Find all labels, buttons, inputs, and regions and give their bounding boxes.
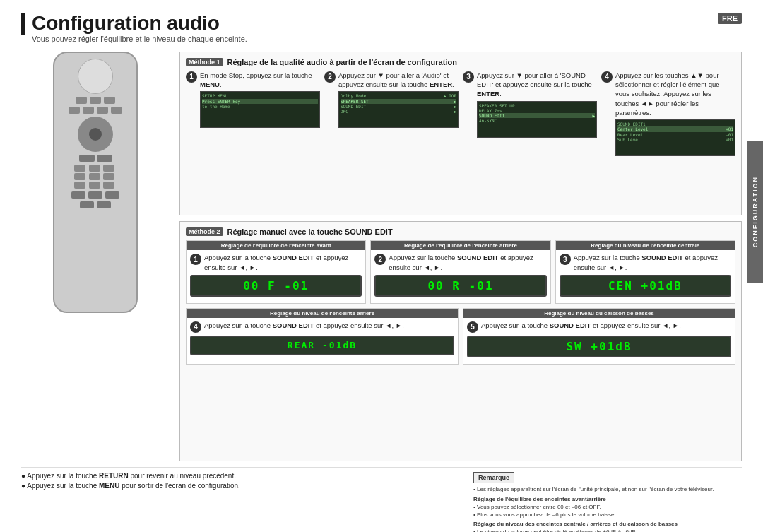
page-container: Configuration audio Vous pouvez régler l… [0,0,763,532]
remote-mid-buttons [69,107,122,114]
method1-section: Méthode 1 Réglage de la qualité audio à … [179,52,742,215]
m2-step-number-3: 3 [560,254,571,265]
led-display-3: CEN +01dB [560,275,731,297]
remote-row-buttons [79,155,112,162]
screen-row: SOUND EDIT1 [617,122,733,126]
m2-cell-2: Réglage de l'équilibre de l'enceinte arr… [370,240,550,304]
remote-btn [89,165,100,172]
m2-cell-1-header: Réglage de l'équilibre de l'enceinte ava… [187,241,365,250]
main-content: Méthode 1 Réglage de la qualité audio à … [21,52,742,461]
step-1: 1 En mode Stop, appuyez sur la touche ME… [186,71,320,156]
remote-btn [74,165,85,172]
remote-bottom-buttons [71,191,120,208]
m2-cell-3-header: Réglage du niveau de l'enceinte centrale [556,241,735,250]
screen-row: Dolby Mode▶ TOP [341,93,456,98]
remote-btn [103,182,114,189]
m2-step-4: 4 Appuyez sur la touche SOUND EDIT et ap… [190,321,454,333]
remote-btn [103,165,114,172]
remote-dpad-center[interactable] [89,128,102,141]
screen-row: ___________ [202,109,318,114]
remark-2: • Vous pouvez sélectionner entre 00 et –… [473,503,742,511]
step-number-1: 1 [186,71,197,83]
remark-4: • Le niveau du volume peut être réglé en… [473,528,742,532]
led-display-1: 00 F -01 [190,275,362,297]
screen-row: Rear Level-01 [617,132,733,137]
screen-row: An-SYNC [479,118,595,123]
step-3-text: Appuyez sur ▼ pour aller à 'SOUND EDIT' … [477,71,597,99]
page-footer: ● Appuyez sur la touche RETURN pour reve… [21,467,742,532]
remote-btn [97,107,108,114]
page-header: Configuration audio Vous pouvez régler l… [21,13,742,49]
screen-row: SOUND EDIT▶ [341,104,456,109]
method2-bottom-grid: Réglage du niveau de l'enceinte arrière … [186,308,735,365]
remark-1: • Les réglages apparaîtront sur l'écran … [473,485,742,493]
remote-btn [88,191,102,199]
m2-cell-3: Réglage du niveau de l'enceinte centrale… [555,240,735,304]
m2-step-3: 3 Appuyez sur la touche SOUND EDIT et ap… [560,253,731,272]
step-2-text: Appuyez sur ▼ pour aller à 'Audio' et ap… [338,71,459,90]
m2-step-3-text: Appuyez sur la touche SOUND EDIT et appu… [574,253,731,272]
led-display-2: 00 R -01 [374,275,546,297]
step-number-4: 4 [601,71,613,83]
screen-row: to the Home [202,104,318,109]
step-4: 4 Appuyez sur les touches ▲▼ pour sélect… [601,71,735,156]
remote-top-sensor [78,59,113,94]
remote-btn [80,201,94,208]
footer-note-2: ● Appuyez sur la touche MENU pour sortir… [21,482,473,490]
led-display-4: REAR -01dB [190,336,454,355]
m2-step-number-2: 2 [374,254,386,265]
screen-row: SPEAKER SET▶ [341,99,456,104]
method1-steps: 1 En mode Stop, appuyez sur la touche ME… [186,71,735,156]
screen-mock-3: SPEAKER SET UP DELAY 7ms SOUND EDIT▶ An-… [477,101,597,138]
m2-step-2: 2 Appuyez sur la touche SOUND EDIT et ap… [374,253,546,272]
footer-right: Remarque • Les réglages apparaîtront sur… [473,472,742,532]
method2-title: Réglage manuel avec la touche SOUND EDIT [227,227,393,236]
remote-btn [104,97,115,104]
screen-row: Press ENTER key [202,99,318,104]
m2-cell-1: Réglage de l'équilibre de l'enceinte ava… [186,240,366,304]
left-panel [21,52,170,461]
m2-cell-5-header: Réglage du niveau du caisson de basses [463,309,735,318]
remote-dpad[interactable] [78,117,113,152]
footer-left: ● Appuyez sur la touche RETURN pour reve… [21,472,473,492]
remote-btn [97,155,112,162]
method2-section: Méthode 2 Réglage manuel avec la touche … [179,221,742,461]
remote-btn [103,173,114,180]
step-3: 3 Appuyez sur ▼ pour aller à 'SOUND EDIT… [463,71,597,156]
page-subtitle: Vous pouvez régler l'équilibre et le niv… [21,35,247,43]
step-4-text: Appuyez sur les touches ▲▼ pour sélectio… [615,71,735,117]
screen-row: DRC▶ [341,109,456,114]
remote-top-buttons [76,97,115,104]
m2-step-4-text: Appuyez sur la touche SOUND EDIT et appu… [204,321,404,330]
screen-row: SETUP MENU [202,93,318,98]
remark-section-1: Réglage de l'équilibre des enceintes ava… [473,495,742,503]
method2-header: Méthode 2 Réglage manuel avec la touche … [186,227,735,236]
remote-btn [105,191,119,199]
step-2: 2 Appuyez sur ▼ pour aller à 'Audio' et … [324,71,459,156]
method1-badge: Méthode 1 [186,58,223,66]
m2-step-2-text: Appuyez sur la touche SOUND EDIT et appu… [389,253,546,272]
remote-btn [79,155,95,162]
remark-3: • Plus vous vous approchez de –6 plus le… [473,511,742,519]
remarque-label: Remarque [473,472,514,484]
m2-step-5-text: Appuyez sur la touche SOUND EDIT et appu… [481,321,681,330]
lang-badge: FRE [718,13,742,24]
remote-numpad [74,165,117,189]
m2-step-1: 1 Appuyez sur la touche SOUND EDIT et ap… [190,253,362,272]
remote-control [53,52,138,313]
step-number-2: 2 [324,71,336,83]
m2-step-number-5: 5 [467,321,478,333]
method1-title: Réglage de la qualité audio à partir de … [227,58,457,66]
m2-cell-5: Réglage du niveau du caisson de basses 5… [463,308,735,365]
remote-btn [111,107,122,114]
remote-btn [76,97,87,104]
screen-mock-4: SOUND EDIT1 Center Level+01 Rear Level-0… [615,119,735,156]
remote-btn [89,182,100,189]
m2-step-number-4: 4 [190,321,201,333]
screen-mock-1: SETUP MENU Press ENTER key to the Home _… [200,91,320,128]
screen-row: SPEAKER SET UP [479,103,595,108]
led-display-5: SW +01dB [467,336,731,357]
screen-row: SOUND EDIT▶ [479,113,595,118]
m2-cell-2-header: Réglage de l'équilibre de l'enceinte arr… [371,241,550,250]
remote-btn [90,97,101,104]
